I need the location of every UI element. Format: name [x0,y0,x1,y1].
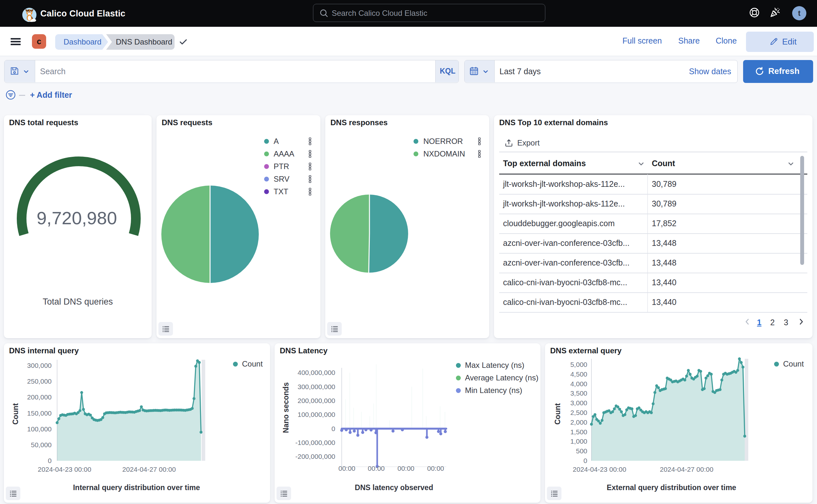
svg-text:200,000: 200,000 [27,393,52,401]
svg-text:150,000: 150,000 [27,409,52,417]
svg-text:Total DNS queries: Total DNS queries [43,297,113,307]
svg-text:NOERROR: NOERROR [423,137,463,146]
svg-text:-100,000,000: -100,000,000 [295,439,335,446]
svg-text:300,000,000: 300,000,000 [298,383,335,390]
svg-text:0: 0 [583,457,587,464]
svg-text:00:00: 00:00 [398,465,415,472]
svg-text:2024-04-27 00:00: 2024-04-27 00:00 [660,466,713,473]
svg-text:400,000,000: 400,000,000 [298,369,335,376]
svg-text:TXT: TXT [274,187,288,196]
svg-text:4,500: 4,500 [570,370,587,378]
svg-text:3,500: 3,500 [570,389,587,397]
svg-text:PTR: PTR [274,162,289,171]
svg-text:5,000: 5,000 [570,361,587,368]
svg-text:2024-04-27 00:00: 2024-04-27 00:00 [122,466,176,473]
svg-text:500: 500 [576,447,587,455]
svg-text:100,000,000: 100,000,000 [298,411,335,418]
svg-text:SRV: SRV [274,175,289,183]
svg-text:1,000: 1,000 [570,438,587,445]
svg-text:NXDOMAIN: NXDOMAIN [423,149,465,158]
svg-text:300,000: 300,000 [27,362,52,369]
svg-text:-200,000,000: -200,000,000 [295,453,335,460]
svg-text:3,000: 3,000 [570,399,587,407]
svg-text:2024-04-23 00:00: 2024-04-23 00:00 [38,466,91,473]
svg-text:0: 0 [48,457,52,464]
svg-text:AAAA: AAAA [274,149,294,158]
svg-text:2024-04-23 00:00: 2024-04-23 00:00 [573,466,626,473]
svg-text:00:00: 00:00 [427,465,444,472]
svg-text:100,000: 100,000 [27,425,52,433]
svg-text:200,000,000: 200,000,000 [298,397,335,404]
svg-text:2,000: 2,000 [570,418,587,426]
svg-text:1,500: 1,500 [570,428,587,436]
svg-text:2,500: 2,500 [570,409,587,416]
svg-text:00:00: 00:00 [338,465,356,472]
svg-text:50,000: 50,000 [31,441,52,449]
svg-text:A: A [274,137,279,146]
svg-text:4,000: 4,000 [570,380,587,388]
svg-text:0: 0 [331,425,335,432]
svg-text:250,000: 250,000 [27,378,52,385]
svg-text:9,720,980: 9,720,980 [36,208,117,228]
svg-text:00:00: 00:00 [368,465,385,472]
